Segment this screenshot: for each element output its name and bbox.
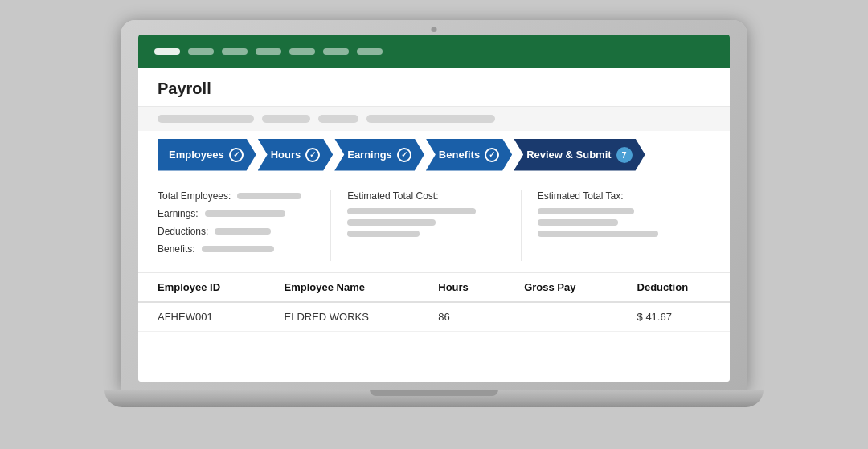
screen: Payroll Employees ✓ (138, 35, 730, 382)
cell-hours: 86 (419, 302, 505, 332)
filter-pill-4[interactable] (366, 115, 495, 123)
summary-benefits-label: Benefits: (158, 243, 195, 255)
step-benefits-label: Benefits (439, 149, 480, 161)
step-hours-label: Hours (271, 149, 301, 161)
summary-deductions-label: Deductions: (158, 226, 208, 237)
summary-total-cost-row: Estimated Total Cost: (347, 190, 504, 205)
summary-benefits-bar (202, 246, 274, 252)
summary-total-employees-bar (237, 193, 301, 199)
step-hours[interactable]: Hours ✓ (258, 139, 334, 171)
cell-employee-id: AFHEW001 (138, 302, 264, 332)
summary-total-employees: Total Employees: (158, 190, 314, 205)
step-review[interactable]: Review & Submit 7 (514, 139, 645, 171)
summary-cost-bar-2 (347, 219, 436, 226)
summary-total-cost-label: Estimated Total Cost: (347, 190, 438, 202)
summary-deductions-bar (215, 228, 271, 235)
col-header-gross-pay: Gross Pay (505, 273, 617, 302)
summary-total-employees-label: Total Employees: (158, 190, 231, 202)
cell-deduction: $ 41.67 (618, 302, 730, 332)
step-earnings-check: ✓ (397, 148, 411, 162)
summary-deductions: Deductions: (158, 226, 314, 240)
top-nav-bar (138, 35, 730, 68)
employee-table: Employee ID Employee Name Hours Gross Pa… (138, 273, 730, 332)
step-employees[interactable]: Employees ✓ (158, 139, 256, 171)
summary-tax-bar-2 (538, 219, 618, 226)
nav-dot-5 (289, 48, 315, 55)
summary-left: Total Employees: Earnings: Deductions: (158, 190, 331, 261)
step-benefits[interactable]: Benefits ✓ (426, 139, 512, 171)
summary-benefits: Benefits: (158, 243, 314, 258)
summary-cost-bar-3 (347, 231, 420, 237)
nav-dot-1 (154, 48, 180, 55)
col-header-employee-id: Employee ID (138, 273, 264, 302)
main-content: Payroll Employees ✓ (138, 68, 730, 382)
summary-cost-bar-1 (347, 208, 476, 214)
step-review-label: Review & Submit (526, 149, 611, 161)
step-earnings[interactable]: Earnings ✓ (334, 139, 424, 171)
nav-dot-6 (323, 48, 349, 55)
col-header-deduction: Deduction (618, 273, 730, 302)
summary-section: Total Employees: Earnings: Deductions: (138, 179, 730, 273)
nav-dot-4 (256, 48, 281, 55)
summary-earnings: Earnings: (158, 208, 314, 222)
summary-total-tax-row: Estimated Total Tax: (538, 190, 694, 205)
summary-earnings-bar (205, 210, 285, 217)
summary-earnings-label: Earnings: (158, 208, 199, 219)
nav-dot-7 (357, 48, 383, 55)
summary-total-tax-label: Estimated Total Tax: (538, 190, 624, 202)
step-benefits-check: ✓ (485, 148, 499, 162)
filter-pill-2[interactable] (262, 115, 310, 123)
col-header-hours: Hours (419, 273, 505, 302)
summary-tax-bar-3 (538, 231, 658, 237)
screen-bezel: Payroll Employees ✓ (121, 20, 747, 390)
nav-dot-3 (222, 48, 248, 55)
steps-bar: Employees ✓ Hours ✓ Earnings ✓ Benefit (138, 131, 730, 179)
summary-right: Estimated Total Tax: (538, 190, 710, 261)
col-header-employee-name: Employee Name (264, 273, 419, 302)
step-review-badge: 7 (616, 147, 633, 163)
table-header-row: Employee ID Employee Name Hours Gross Pa… (138, 273, 730, 302)
step-hours-check: ✓ (305, 148, 320, 162)
laptop-shell: Payroll Employees ✓ (104, 20, 764, 430)
screen-content: Payroll Employees ✓ (138, 35, 730, 382)
laptop-base (104, 390, 764, 407)
filter-pill-3[interactable] (318, 115, 358, 123)
step-employees-check: ✓ (229, 148, 244, 162)
cell-employee-name: ELDRED WORKS (264, 302, 419, 332)
step-employees-label: Employees (169, 149, 224, 161)
cell-gross-pay (505, 302, 617, 332)
filter-pill-1[interactable] (158, 115, 254, 123)
page-title: Payroll (158, 80, 211, 97)
summary-middle: Estimated Total Cost: (347, 190, 521, 261)
title-bar: Payroll (138, 68, 730, 107)
filter-bar (138, 107, 730, 131)
summary-tax-bar-1 (538, 208, 634, 214)
table-row[interactable]: AFHEW001 ELDRED WORKS 86 $ 41.67 (138, 302, 730, 332)
nav-dot-2 (188, 48, 214, 55)
step-earnings-label: Earnings (347, 149, 392, 161)
